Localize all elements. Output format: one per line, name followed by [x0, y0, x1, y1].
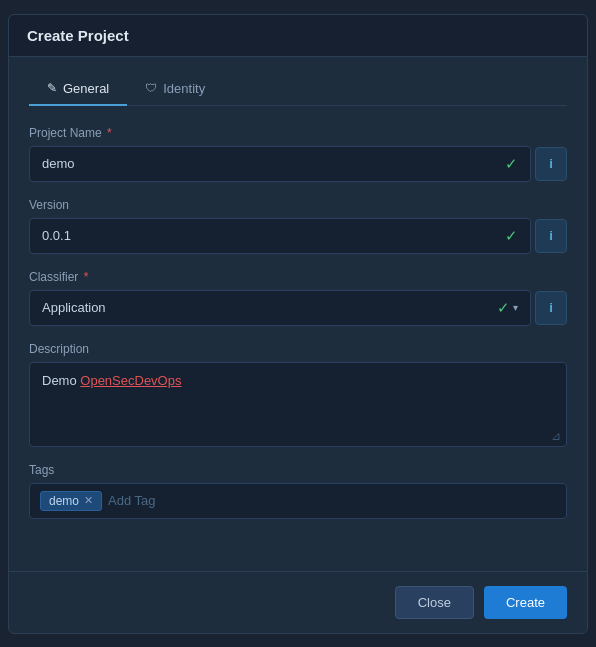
description-group: Description Demo OpenSecDevOps ⊿	[29, 342, 567, 447]
version-input-wrapper[interactable]: 0.0.1 ✓	[29, 218, 531, 254]
project-name-value: demo	[42, 156, 501, 171]
description-label: Description	[29, 342, 567, 356]
project-name-check-icon: ✓	[505, 155, 518, 173]
project-name-group: Project Name * demo ✓ i	[29, 126, 567, 182]
dialog-title: Create Project	[9, 15, 587, 57]
tab-identity[interactable]: 🛡 Identity	[127, 73, 223, 106]
version-label: Version	[29, 198, 567, 212]
classifier-check-icon: ✓	[497, 299, 510, 317]
classifier-info-icon: i	[549, 300, 553, 315]
project-name-row: demo ✓ i	[29, 146, 567, 182]
dialog-body: ✎ General 🛡 Identity Project Name * demo…	[9, 57, 587, 571]
description-input[interactable]: Demo OpenSecDevOps ⊿	[29, 362, 567, 447]
version-group: Version 0.0.1 ✓ i	[29, 198, 567, 254]
create-button[interactable]: Create	[484, 586, 567, 619]
project-name-info-button[interactable]: i	[535, 147, 567, 181]
version-check-icon: ✓	[505, 227, 518, 245]
description-plain-text: Demo	[42, 373, 80, 388]
classifier-info-button[interactable]: i	[535, 291, 567, 325]
version-row: 0.0.1 ✓ i	[29, 218, 567, 254]
identity-tab-icon: 🛡	[145, 81, 157, 95]
project-name-info-icon: i	[549, 156, 553, 171]
version-info-button[interactable]: i	[535, 219, 567, 253]
version-info-icon: i	[549, 228, 553, 243]
tab-general[interactable]: ✎ General	[29, 73, 127, 106]
tags-container[interactable]: demo ✕ Add Tag	[29, 483, 567, 519]
close-button[interactable]: Close	[395, 586, 474, 619]
tag-demo-close-icon[interactable]: ✕	[84, 494, 93, 507]
add-tag-placeholder[interactable]: Add Tag	[108, 493, 155, 508]
description-highlight-text: OpenSecDevOps	[80, 373, 181, 388]
classifier-caret-icon: ▾	[513, 302, 518, 313]
classifier-required: *	[80, 270, 88, 284]
resize-handle-icon: ⊿	[551, 429, 561, 443]
tag-demo: demo ✕	[40, 491, 102, 511]
project-name-input-wrapper[interactable]: demo ✓	[29, 146, 531, 182]
classifier-input-wrapper[interactable]: Application ✓ ▾	[29, 290, 531, 326]
classifier-value: Application	[42, 300, 493, 315]
tab-bar: ✎ General 🛡 Identity	[29, 73, 567, 106]
create-project-dialog: Create Project ✎ General 🛡 Identity Proj…	[8, 14, 588, 634]
classifier-label: Classifier *	[29, 270, 567, 284]
dialog-footer: Close Create	[9, 571, 587, 633]
project-name-label: Project Name *	[29, 126, 567, 140]
tag-demo-label: demo	[49, 494, 79, 508]
tags-group: Tags demo ✕ Add Tag	[29, 463, 567, 519]
general-tab-label: General	[63, 81, 109, 96]
general-tab-icon: ✎	[47, 81, 57, 95]
project-name-required: *	[104, 126, 112, 140]
classifier-group: Classifier * Application ✓ ▾ i	[29, 270, 567, 326]
version-value: 0.0.1	[42, 228, 501, 243]
identity-tab-label: Identity	[163, 81, 205, 96]
classifier-row: Application ✓ ▾ i	[29, 290, 567, 326]
tags-label: Tags	[29, 463, 567, 477]
